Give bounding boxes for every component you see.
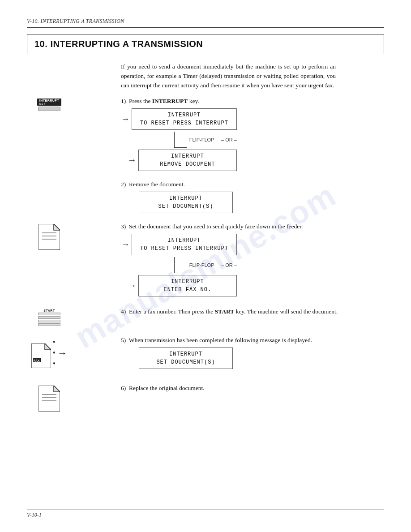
- svg-marker-1: [54, 224, 60, 230]
- step-3-icon-col: [27, 223, 72, 250]
- svg-marker-8: [45, 343, 51, 350]
- step-3-num: 3) Set the document that you need to sen…: [121, 223, 384, 230]
- step-3-row: 3) Set the document that you need to sen…: [27, 223, 384, 298]
- step-6-row: 6) Replace the original document.: [27, 385, 384, 412]
- flipflop-label-1: FLIP-FLOP: [189, 137, 214, 142]
- interrupt-key-label: INTERRUPTSET: [37, 99, 62, 106]
- step-1-display-block: → INTERRUPT TO RESET PRESS INTERRUPT: [121, 108, 384, 171]
- content-area: If you need to send a document immediate…: [27, 62, 384, 416]
- section-title: 10. INTERRUPTING A TRANSMISSION: [34, 39, 203, 49]
- step-5-display-box: INTERRUPT SET DOUCUMENT(S): [139, 348, 233, 369]
- interrupt-key-icon: INTERRUPTSET: [37, 99, 62, 111]
- document-icon: [39, 224, 60, 250]
- or-divider-1: – OR –: [221, 137, 237, 142]
- step-1-flipflop: → INTERRUPT TO RESET PRESS INTERRUPT: [121, 108, 384, 171]
- start-key-lines: [38, 313, 60, 326]
- step-3-display-box1: INTERRUPT TO RESET PRESS INTERRUPT: [132, 234, 237, 255]
- breadcrumb: V-10. INTERRUPTING A TRANSMISSION: [27, 18, 384, 25]
- step-6-num: 6) Replace the original document.: [121, 385, 384, 392]
- step-4-icon-col: START: [27, 308, 72, 326]
- step-4-row: START 4) Enter a fax number. Then press …: [27, 308, 384, 326]
- step-6-icon-col: [27, 385, 72, 412]
- step-4-num: 4) Enter a fax number. Then press the ST…: [121, 308, 384, 315]
- step-1-icon-col: INTERRUPTSET: [27, 98, 72, 111]
- start-key-label: START: [43, 309, 55, 312]
- step-4-text-col: 4) Enter a fax number. Then press the ST…: [121, 308, 384, 319]
- interrupt-key-bar: [38, 107, 60, 111]
- step-5-icon-col: FAX FAX • • • →: [27, 337, 72, 374]
- step-1-display-box2: INTERRUPT REMOVE DOCUMENT: [138, 150, 237, 171]
- bottom-section: V-10-1: [27, 510, 384, 519]
- step-3-flipflop: → INTERRUPT TO RESET PRESS INTERRUPT FLI…: [121, 234, 384, 296]
- intro-text: If you need to send a document immediate…: [121, 62, 336, 90]
- page: manualsmine.com V-10. INTERRUPTING A TRA…: [0, 0, 411, 532]
- step-1-display-box1: INTERRUPT TO RESET PRESS INTERRUPT: [132, 108, 237, 130]
- step-2-icon-col: [27, 181, 72, 182]
- document-icon-2: [39, 386, 60, 412]
- start-key-icon: START: [38, 309, 60, 326]
- fax-doc-icon: FAX FAX: [31, 343, 51, 368]
- step-1-text-col: 1) Press the INTERRUPT key. → INTERRUPT: [121, 98, 384, 173]
- step-1-row: INTERRUPTSET 1) Press the INTERRUPT key.: [27, 98, 384, 173]
- step-5-row: FAX FAX • • • → 5) When tra: [27, 337, 384, 374]
- step-2-row: 2) Remove the document. INTERRUPT SET DO…: [27, 181, 384, 213]
- step-6-text-col: 6) Replace the original document.: [121, 385, 384, 395]
- step-5-num: 5) When transmission has been completed …: [121, 337, 384, 344]
- footer-page: V-10-1: [27, 512, 384, 519]
- step-3-display-box2: INTERRUPT ENTER FAX NO.: [138, 275, 237, 296]
- step-5-text-col: 5) When transmission has been completed …: [121, 337, 384, 369]
- top-rule: [27, 27, 384, 28]
- flipflop-label-3: FLIP-FLOP: [189, 262, 214, 268]
- step-2-text-col: 2) Remove the document. INTERRUPT SET DO…: [121, 181, 384, 213]
- or-divider-3: – OR –: [221, 262, 237, 268]
- fax-send-icon: FAX FAX • • • →: [31, 338, 67, 374]
- bottom-rule: [27, 510, 384, 510]
- section-title-box: 10. INTERRUPTING A TRANSMISSION: [27, 34, 384, 54]
- step-1-num: 1) Press the INTERRUPT key.: [121, 98, 384, 105]
- svg-marker-15: [54, 386, 60, 392]
- step-2-display-box: INTERRUPT SET DOCUMENT(S): [139, 192, 233, 213]
- step-2-num: 2) Remove the document.: [121, 181, 384, 188]
- step-3-text-col: 3) Set the document that you need to sen…: [121, 223, 384, 298]
- svg-text:FAX: FAX: [34, 359, 40, 362]
- step-3-display-block: → INTERRUPT TO RESET PRESS INTERRUPT FLI…: [121, 234, 384, 296]
